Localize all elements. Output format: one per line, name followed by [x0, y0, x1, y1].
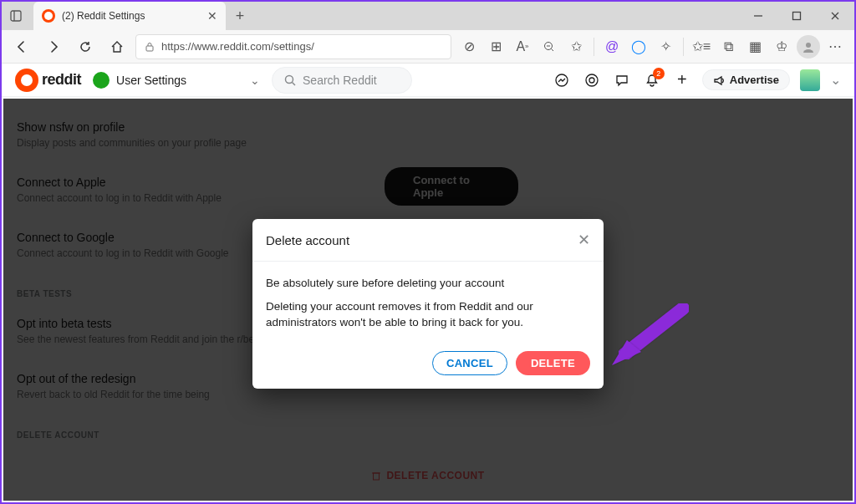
- browser-toolbar: https://www.reddit.com/settings/ ⊘ ⊞ A» …: [2, 30, 854, 64]
- reddit-logo[interactable]: reddit: [15, 69, 81, 92]
- nav-dropdown-label: User Settings: [116, 74, 186, 87]
- new-tab-button[interactable]: +: [226, 2, 254, 30]
- delete-account-modal: Delete account ✕ Be absolutely sure befo…: [252, 219, 604, 389]
- tab-title: (2) Reddit Settings: [62, 10, 145, 22]
- svg-point-11: [286, 75, 293, 83]
- window-close-button[interactable]: [816, 2, 854, 30]
- close-tab-icon[interactable]: ✕: [207, 9, 217, 23]
- create-post-icon[interactable]: +: [672, 70, 692, 90]
- svg-line-12: [293, 82, 296, 85]
- chevron-down-icon: ⌄: [830, 72, 841, 88]
- reddit-favicon-icon: [42, 9, 55, 23]
- svg-line-9: [552, 48, 554, 51]
- svg-point-10: [806, 43, 811, 48]
- profile-button[interactable]: [796, 34, 821, 59]
- advertise-button[interactable]: Advertise: [702, 69, 790, 90]
- browser-tab[interactable]: (2) Reddit Settings ✕: [33, 2, 226, 30]
- svg-rect-0: [11, 11, 21, 21]
- address-bar[interactable]: https://www.reddit.com/settings/: [135, 34, 451, 59]
- back-button[interactable]: [8, 33, 35, 60]
- chevron-down-icon: ⌄: [250, 74, 260, 87]
- collections-icon[interactable]: ⧉: [716, 34, 741, 59]
- modal-body-text: Deleting your account removes it from Re…: [266, 299, 590, 331]
- favorite-icon[interactable]: ✩: [563, 34, 588, 59]
- notification-badge: 2: [653, 68, 665, 79]
- cancel-button[interactable]: CANCEL: [432, 351, 507, 375]
- reddit-logo-icon: [15, 69, 38, 92]
- notifications-icon[interactable]: 2: [642, 70, 662, 90]
- tab-actions-button[interactable]: [2, 2, 30, 30]
- lock-icon: [145, 42, 155, 52]
- user-menu[interactable]: [800, 70, 820, 90]
- extensions-grid-icon[interactable]: ⊞: [483, 34, 508, 59]
- chat-icon[interactable]: [612, 70, 632, 90]
- url-text: https://www.reddit.com/settings/: [161, 40, 314, 53]
- popular-icon[interactable]: [552, 70, 572, 90]
- svg-point-15: [589, 78, 594, 83]
- advertise-label: Advertise: [730, 74, 779, 86]
- favorites-bar-icon[interactable]: ✩≡: [689, 34, 714, 59]
- home-button[interactable]: [104, 33, 130, 60]
- rewards-icon[interactable]: ♔: [769, 34, 794, 59]
- attachment-icon[interactable]: @: [599, 34, 624, 59]
- reddit-wordmark: reddit: [42, 71, 81, 89]
- modal-title: Delete account: [266, 233, 349, 247]
- edge-circle-icon[interactable]: ◯: [626, 34, 651, 59]
- modal-warning: Be absolutely sure before deleting your …: [266, 277, 590, 289]
- nav-dropdown[interactable]: User Settings ⌄: [93, 72, 260, 89]
- delete-button[interactable]: DELETE: [516, 351, 590, 375]
- svg-rect-6: [146, 46, 153, 51]
- svg-point-14: [586, 74, 598, 86]
- forward-button[interactable]: [40, 33, 67, 60]
- extension-puzzle-icon[interactable]: ✧: [653, 34, 678, 59]
- coin-icon[interactable]: [582, 70, 602, 90]
- megaphone-icon: [713, 74, 725, 86]
- history-icon[interactable]: ▦: [742, 34, 767, 59]
- modal-close-button[interactable]: ✕: [578, 231, 590, 249]
- svg-rect-3: [793, 13, 801, 20]
- zoom-icon[interactable]: [537, 34, 562, 59]
- more-menu-button[interactable]: ⋯: [823, 34, 848, 59]
- search-input[interactable]: Search Reddit: [272, 67, 412, 94]
- window-titlebar: (2) Reddit Settings ✕ +: [2, 2, 854, 30]
- reddit-header: reddit User Settings ⌄ Search Reddit 2 +…: [2, 64, 854, 97]
- search-icon: [284, 74, 296, 86]
- user-avatar-icon: [93, 72, 110, 89]
- search-placeholder: Search Reddit: [303, 74, 377, 87]
- password-icon[interactable]: ⊘: [456, 34, 482, 59]
- read-aloud-icon[interactable]: A»: [510, 34, 535, 59]
- user-avatar-small-icon: [800, 69, 820, 91]
- refresh-button[interactable]: [72, 33, 99, 60]
- window-minimize-button[interactable]: [739, 2, 777, 30]
- window-maximize-button[interactable]: [777, 2, 816, 30]
